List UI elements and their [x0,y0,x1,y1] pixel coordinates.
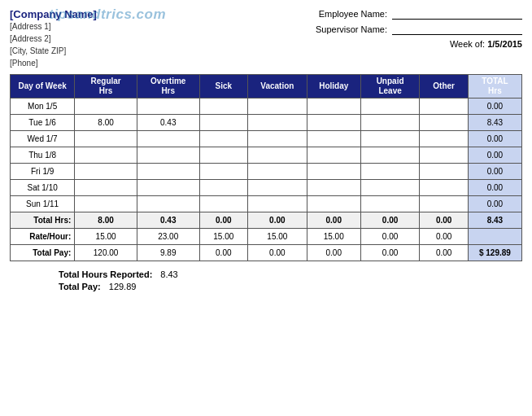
header-other: Other [420,75,468,99]
rate-label: Rate/Hour: [11,229,75,245]
table-row: Wed 1/70.00 [11,131,522,147]
row-0-total: 0.00 [468,99,521,115]
table-row: Mon 1/50.00 [11,99,522,115]
row-6-total: 0.00 [468,196,521,212]
row-3-overtime [137,147,199,164]
row-4-day: Fri 1/9 [11,164,75,180]
table-row: Sun 1/110.00 [11,196,522,212]
row-3-other [420,147,468,164]
company-city: [City, State ZIP] [10,45,266,57]
totals-unpaid: 0.00 [360,212,420,229]
page: tipsandtrics.com [Company Name] [Address… [0,0,532,302]
rate-unpaid: 0.00 [360,229,420,245]
row-4-overtime [137,164,199,180]
row-0-holiday [307,99,360,115]
row-1-day: Tue 1/6 [11,115,75,131]
row-6-other [420,196,468,212]
summary-pay-label: Total Pay: [59,282,101,291]
header-vacation: Vacation [248,75,307,99]
row-4-vacation [248,164,307,180]
row-6-day: Sun 1/11 [11,196,75,212]
header-regular: RegularHrs [75,75,137,99]
pay-total: $ 129.89 [468,245,521,261]
row-3-total: 0.00 [468,147,521,164]
pay-holiday: 0.00 [307,245,360,261]
totals-vacation: 0.00 [248,212,307,229]
row-1-holiday [307,115,360,131]
supervisor-name-label: Supervisor Name: [316,24,387,34]
totals-overtime: 0.43 [137,212,199,229]
row-1-overtime: 0.43 [137,115,199,131]
timesheet-table: Day of Week RegularHrs OvertimeHrs Sick … [10,74,522,261]
totals-row: Total Hrs: 8.00 0.43 0.00 0.00 0.00 0.00… [11,212,522,229]
row-1-unpaid [360,115,420,131]
totals-total: 8.43 [468,212,521,229]
pay-overtime: 9.89 [137,245,199,261]
row-1-regular: 8.00 [75,115,137,131]
row-3-regular [75,147,137,164]
pay-label: Total Pay: [11,245,75,261]
row-1-total: 8.43 [468,115,521,131]
company-info: [Company Name] [Address 1] [Address 2] [… [10,8,266,69]
rate-other: 0.00 [420,229,468,245]
table-row: Sat 1/100.00 [11,180,522,196]
company-address2: [Address 2] [10,33,266,45]
summary-hours-line: Total Hours Reported: 8.43 [59,269,522,279]
totals-regular: 8.00 [75,212,137,229]
row-2-sick [199,131,247,147]
row-5-other [420,180,468,196]
row-0-overtime [137,99,199,115]
row-0-unpaid [360,99,420,115]
row-6-unpaid [360,196,420,212]
company-address1: [Address 1] [10,20,266,33]
rate-sick: 15.00 [199,229,247,245]
summary-pay-value: 129.89 [109,282,137,291]
header-sick: Sick [199,75,247,99]
supervisor-name-field [392,24,522,35]
row-0-sick [199,99,247,115]
row-3-vacation [248,147,307,164]
row-6-sick [199,196,247,212]
header-overtime: OvertimeHrs [137,75,199,99]
row-4-regular [75,164,137,180]
row-5-day: Sat 1/10 [11,180,75,196]
row-2-holiday [307,131,360,147]
week-of-line: Week of: 1/5/2015 [450,39,522,49]
row-3-holiday [307,147,360,164]
row-2-total: 0.00 [468,131,521,147]
pay-vacation: 0.00 [248,245,307,261]
row-0-other [420,99,468,115]
row-5-vacation [248,180,307,196]
totals-holiday: 0.00 [307,212,360,229]
row-3-day: Thu 1/8 [11,147,75,164]
summary-pay-line: Total Pay: 129.89 [59,282,522,291]
week-value: 1/5/2015 [487,39,522,49]
row-4-holiday [307,164,360,180]
row-2-regular [75,131,137,147]
pay-unpaid: 0.00 [360,245,420,261]
rate-regular: 15.00 [75,229,137,245]
row-2-other [420,131,468,147]
header-total: TOTALHrs [468,75,521,99]
totals-sick: 0.00 [199,212,247,229]
summary-hours-value: 8.43 [160,269,177,279]
header-day: Day of Week [11,75,75,99]
row-5-unpaid [360,180,420,196]
row-3-sick [199,147,247,164]
pay-regular: 120.00 [75,245,137,261]
pay-sick: 0.00 [199,245,247,261]
company-phone: [Phone] [10,57,266,69]
row-1-other [420,115,468,131]
row-6-holiday [307,196,360,212]
row-1-vacation [248,115,307,131]
summary-section: Total Hours Reported: 8.43 Total Pay: 12… [59,269,522,291]
row-2-overtime [137,131,199,147]
row-6-vacation [248,196,307,212]
rate-row: Rate/Hour: 15.00 23.00 15.00 15.00 15.00… [11,229,522,245]
table-header-row: Day of Week RegularHrs OvertimeHrs Sick … [11,75,522,99]
week-label: Week of: [450,39,485,49]
row-5-total: 0.00 [468,180,521,196]
header-unpaid: UnpaidLeave [360,75,420,99]
pay-other: 0.00 [420,245,468,261]
totals-label: Total Hrs: [11,212,75,229]
